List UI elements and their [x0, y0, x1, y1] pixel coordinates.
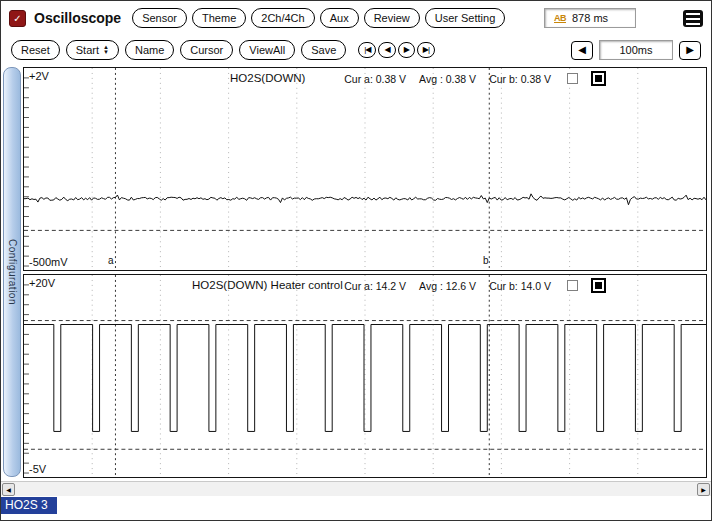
playback-controls: |◀ ◀ ▶ ▶|: [358, 42, 435, 58]
titlebar: ✓ Oscilloscope Sensor Theme 2Ch/4Ch Aux …: [1, 1, 711, 35]
scroll-left-button[interactable]: ◀: [2, 483, 15, 496]
cursor-a-label[interactable]: a: [108, 255, 114, 266]
channel-2-cursor-a-value: Cur a: 14.2 V: [344, 280, 406, 292]
channel-1-waveform: [24, 68, 706, 270]
statusbar: HO2S 3: [1, 496, 711, 521]
oscilloscope-window: ✓ Oscilloscope Sensor Theme 2Ch/4Ch Aux …: [0, 0, 712, 521]
status-label: HO2S 3: [1, 497, 57, 514]
channel-2-measurements: Cur a: 14.2 V Avg : 12.6 V Cur b: 14.0 V: [344, 278, 606, 293]
cursor-button[interactable]: Cursor: [180, 40, 233, 60]
timebase-increase-button[interactable]: ▶: [679, 41, 701, 60]
theme-button[interactable]: Theme: [192, 8, 246, 28]
channel-2-bottom-scale-label: -5V: [29, 463, 46, 475]
channel-1-bottom-scale-label: -500mV: [29, 256, 68, 268]
channel-1-cursor-a-value: Cur a: 0.38 V: [344, 73, 406, 85]
channel-1-measurements: Cur a: 0.38 V Avg : 0.38 V Cur b: 0.38 V: [344, 71, 606, 86]
user-setting-button[interactable]: User Setting: [425, 8, 506, 28]
channel-2-title: HO2S(DOWN) Heater control: [192, 279, 343, 291]
step-forward-button[interactable]: ▶: [398, 42, 415, 58]
scroll-right-button[interactable]: ▶: [697, 483, 710, 496]
ab-cursor-icon: AB: [554, 13, 566, 23]
sensor-button[interactable]: Sensor: [132, 8, 187, 28]
app-title: Oscilloscope: [34, 10, 121, 26]
configuration-label: Configuration: [7, 239, 18, 305]
name-button[interactable]: Name: [125, 40, 174, 60]
plot-area: Configuration +2V HO2S(DOWN) Cur a: 0.38…: [1, 65, 711, 481]
spinner-icon: ▲▼: [103, 45, 109, 55]
channel-1-cursor-b-value: Cur b: 0.38 V: [489, 73, 551, 85]
skip-back-button[interactable]: |◀: [358, 42, 376, 58]
channel-2-checkbox[interactable]: [567, 280, 578, 291]
channels-container: +2V HO2S(DOWN) Cur a: 0.38 V Avg : 0.38 …: [23, 65, 707, 481]
channel-1-checkbox[interactable]: [567, 73, 578, 84]
channel-1: +2V HO2S(DOWN) Cur a: 0.38 V Avg : 0.38 …: [23, 67, 707, 271]
channel-2-waveform: [24, 275, 706, 477]
app-icon-mark: ✓: [13, 13, 21, 24]
step-back-button[interactable]: ◀: [378, 42, 395, 58]
channel-1-display-toggle[interactable]: [591, 71, 606, 86]
timebase-decrease-button[interactable]: ◀: [571, 41, 593, 60]
channel-2-avg-value: Avg : 12.6 V: [419, 280, 476, 292]
channel-1-top-scale-label: +2V: [29, 70, 49, 82]
channel-2-top-scale-label: +20V: [29, 277, 55, 289]
channel-1-avg-value: Avg : 0.38 V: [419, 73, 476, 85]
review-button[interactable]: Review: [364, 8, 420, 28]
channel-2-display-toggle[interactable]: [591, 278, 606, 293]
time-value: 878 ms: [572, 12, 608, 24]
time-display: AB 878 ms: [544, 8, 636, 28]
channel-2: +20V HO2S(DOWN) Heater control Cur a: 14…: [23, 274, 707, 478]
save-button[interactable]: Save: [301, 40, 346, 60]
skip-forward-button[interactable]: ▶|: [417, 42, 435, 58]
timebase-controls: ◀ 100ms ▶: [571, 40, 701, 60]
start-label: Start: [76, 44, 99, 56]
app-icon[interactable]: ✓: [9, 10, 26, 27]
horizontal-scrollbar[interactable]: ◀ ▶: [1, 481, 711, 496]
menu-icon[interactable]: [683, 10, 703, 27]
channel-2-cursor-b-value: Cur b: 14.0 V: [489, 280, 551, 292]
channel-1-title: HO2S(DOWN): [230, 72, 305, 84]
channel-mode-button[interactable]: 2Ch/4Ch: [251, 8, 314, 28]
start-button[interactable]: Start ▲▼: [66, 40, 119, 60]
toolbar: Reset Start ▲▼ Name Cursor ViewAll Save …: [1, 35, 711, 65]
cursor-b-label[interactable]: b: [483, 255, 489, 266]
reset-button[interactable]: Reset: [11, 40, 60, 60]
viewall-button[interactable]: ViewAll: [239, 40, 295, 60]
timebase-value: 100ms: [599, 40, 673, 60]
aux-button[interactable]: Aux: [320, 8, 359, 28]
configuration-sidebar-tab[interactable]: Configuration: [3, 67, 21, 477]
